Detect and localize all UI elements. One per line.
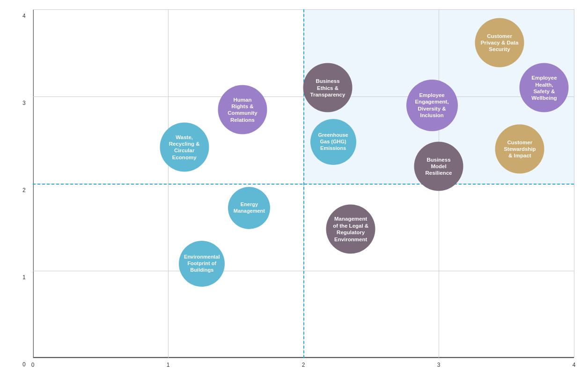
- v-grid-line: [574, 9, 574, 358]
- y-tick-label: 1: [22, 274, 26, 281]
- bubble-business-ethics: BusinessEthics &Transparency: [303, 63, 353, 112]
- bubble-employee-health: EmployeeHealth,Safety &Wellbeing: [520, 63, 569, 112]
- bubble-employee-engagement: EmployeeEngagement,Diversity &Inclusion: [406, 80, 458, 131]
- x-tick-label: 4: [573, 362, 576, 368]
- bubble-environmental-footprint: EnvironmentalFootprint ofBuildings: [179, 241, 225, 287]
- y-tick-label: 2: [22, 187, 26, 193]
- bubble-human-rights: HumanRights &CommunityRelations: [218, 85, 267, 134]
- y-tick-label: 0: [22, 361, 26, 368]
- chart-container: 0011223344CustomerPrivacy & DataSecurity…: [0, 0, 588, 386]
- y-tick-label: 4: [22, 13, 26, 19]
- y-tick-label: 3: [22, 100, 26, 106]
- h-grid-line: [33, 358, 574, 358]
- bubble-waste-recycling: Waste,Recycling &CircularEconomy: [160, 122, 209, 171]
- bubble-customer-stewardship: CustomerStewardship& Impact: [495, 124, 544, 173]
- x-tick-label: 2: [302, 362, 305, 368]
- bubble-greenhouse-gas: GreenhouseGas (GHG)Emissions: [310, 119, 356, 165]
- bubble-energy-management: EnergyManagement: [228, 187, 270, 229]
- x-tick-label: 0: [31, 362, 35, 368]
- bubble-business-model: BusinessModelResilience: [414, 141, 463, 191]
- dashed-vertical: [303, 9, 304, 358]
- plot-area: 0011223344CustomerPrivacy & DataSecurity…: [33, 9, 574, 358]
- bubble-legal-regulatory: Managementof the Legal &RegulatoryEnviro…: [326, 204, 375, 253]
- x-tick-label: 3: [437, 362, 441, 368]
- bubble-customer-privacy: CustomerPrivacy & DataSecurity: [475, 18, 524, 67]
- x-tick-label: 1: [167, 362, 170, 368]
- chart-area: 0011223344CustomerPrivacy & DataSecurity…: [33, 9, 574, 358]
